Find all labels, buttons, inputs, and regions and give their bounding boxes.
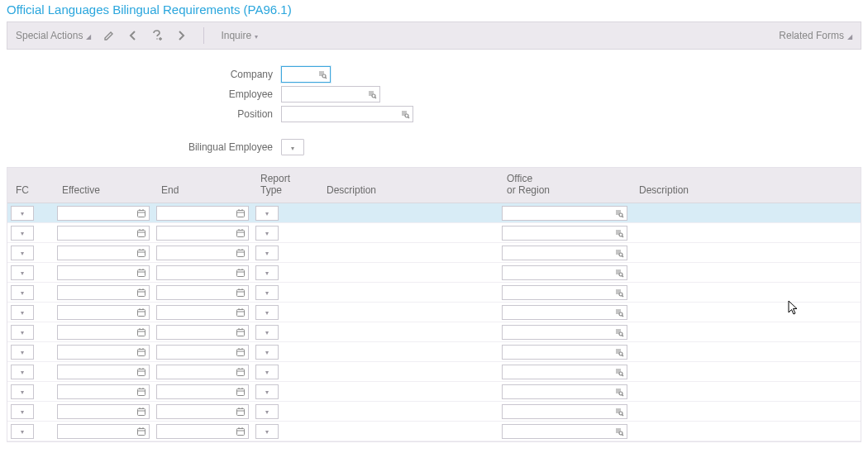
table-row[interactable]: ▾▾ bbox=[7, 382, 861, 402]
effective-date-input[interactable] bbox=[57, 206, 150, 221]
effective-date-input[interactable] bbox=[57, 226, 150, 241]
report-type-select[interactable]: ▾ bbox=[255, 206, 279, 221]
report-type-select[interactable]: ▾ bbox=[255, 246, 279, 260]
report-type-select[interactable]: ▾ bbox=[255, 226, 279, 241]
table-row[interactable]: ▾▾ bbox=[7, 422, 861, 441]
office-region-input[interactable] bbox=[502, 206, 627, 221]
table-row[interactable]: ▾▾ bbox=[7, 263, 861, 283]
end-date-input[interactable] bbox=[156, 345, 249, 360]
end-date-input[interactable] bbox=[156, 285, 249, 300]
office-region-input[interactable] bbox=[502, 345, 627, 360]
effective-date-input[interactable] bbox=[57, 246, 150, 260]
fc-select[interactable]: ▾ bbox=[11, 404, 34, 419]
fc-select[interactable]: ▾ bbox=[11, 265, 34, 280]
fc-select[interactable]: ▾ bbox=[11, 246, 34, 260]
fc-select[interactable]: ▾ bbox=[11, 325, 34, 340]
special-actions-menu[interactable]: Special Actions ◢ bbox=[16, 30, 91, 41]
fc-select[interactable]: ▾ bbox=[11, 365, 34, 379]
description2-cell bbox=[631, 410, 861, 413]
report-type-select[interactable]: ▾ bbox=[255, 325, 279, 340]
table-row[interactable]: ▾▾ bbox=[7, 303, 861, 322]
office-region-input[interactable] bbox=[502, 265, 627, 280]
end-date-input[interactable] bbox=[156, 226, 249, 241]
position-input[interactable] bbox=[281, 106, 413, 122]
fc-select[interactable]: ▾ bbox=[11, 424, 34, 439]
office-region-input[interactable] bbox=[502, 305, 627, 320]
effective-date-input[interactable] bbox=[57, 265, 150, 280]
end-date-input[interactable] bbox=[156, 265, 249, 280]
related-forms-menu[interactable]: Related Forms ◢ bbox=[779, 30, 852, 41]
description2-cell bbox=[631, 350, 861, 354]
lookup-icon[interactable] bbox=[365, 88, 379, 101]
end-date-input[interactable] bbox=[156, 325, 249, 340]
report-type-select[interactable]: ▾ bbox=[255, 305, 279, 320]
table-row[interactable]: ▾▾ bbox=[7, 362, 861, 382]
chevron-down-icon: ▾ bbox=[291, 145, 294, 152]
end-date-input[interactable] bbox=[156, 206, 249, 221]
lookup-icon[interactable] bbox=[398, 107, 412, 121]
table-row[interactable]: ▾▾ bbox=[7, 402, 861, 422]
table-row[interactable]: ▾▾ bbox=[7, 322, 861, 342]
col-description2: Description bbox=[639, 184, 856, 196]
table-row[interactable]: ▾▾ bbox=[7, 243, 861, 263]
office-region-input[interactable] bbox=[502, 246, 627, 260]
svg-point-1 bbox=[322, 74, 326, 78]
report-type-select[interactable]: ▾ bbox=[255, 424, 279, 439]
description2-cell bbox=[631, 331, 861, 334]
end-date-input[interactable] bbox=[156, 384, 249, 399]
report-type-select[interactable]: ▾ bbox=[255, 345, 279, 360]
office-region-input[interactable] bbox=[502, 365, 627, 379]
report-type-select[interactable]: ▾ bbox=[255, 384, 279, 399]
help-add-icon[interactable] bbox=[150, 29, 164, 42]
effective-date-input[interactable] bbox=[57, 345, 150, 360]
end-date-input[interactable] bbox=[156, 404, 249, 419]
lookup-icon[interactable] bbox=[316, 68, 329, 81]
chevron-down-icon: ▾ bbox=[255, 33, 258, 41]
next-icon[interactable] bbox=[175, 30, 187, 41]
effective-date-input[interactable] bbox=[57, 365, 150, 379]
effective-date-input[interactable] bbox=[57, 424, 150, 439]
report-type-select[interactable]: ▾ bbox=[255, 265, 279, 280]
fc-select[interactable]: ▾ bbox=[11, 226, 34, 241]
office-region-input[interactable] bbox=[502, 285, 627, 300]
effective-date-input[interactable] bbox=[57, 325, 150, 340]
table-row[interactable]: ▾▾ bbox=[7, 342, 861, 362]
bilingual-employee-select[interactable]: ▾ bbox=[281, 139, 304, 155]
fc-select[interactable]: ▾ bbox=[11, 285, 34, 300]
description-cell bbox=[318, 410, 498, 413]
grid-header: FC Effective End ReportType Description … bbox=[7, 168, 861, 203]
prev-icon[interactable] bbox=[127, 30, 139, 41]
col-effective: Effective bbox=[62, 184, 148, 196]
end-date-input[interactable] bbox=[156, 365, 249, 379]
fc-select[interactable]: ▾ bbox=[11, 206, 34, 221]
end-date-input[interactable] bbox=[156, 305, 249, 320]
fc-select[interactable]: ▾ bbox=[11, 384, 34, 399]
effective-date-input[interactable] bbox=[57, 384, 150, 399]
effective-date-input[interactable] bbox=[57, 404, 150, 419]
table-row[interactable]: ▾▾ bbox=[7, 283, 861, 303]
end-date-input[interactable] bbox=[156, 424, 249, 439]
edit-icon[interactable] bbox=[103, 29, 116, 42]
effective-date-input[interactable] bbox=[57, 285, 150, 300]
office-region-input[interactable] bbox=[502, 226, 627, 241]
report-type-select[interactable]: ▾ bbox=[255, 404, 279, 419]
effective-date-input[interactable] bbox=[57, 305, 150, 320]
office-region-input[interactable] bbox=[502, 424, 627, 439]
report-type-select[interactable]: ▾ bbox=[255, 365, 279, 379]
table-row[interactable]: ▾▾ bbox=[7, 203, 861, 223]
office-region-input[interactable] bbox=[502, 325, 627, 340]
end-date-input[interactable] bbox=[156, 246, 249, 260]
inquire-menu[interactable]: Inquire ▾ bbox=[221, 30, 258, 41]
office-region-input[interactable] bbox=[502, 384, 627, 399]
fc-select[interactable]: ▾ bbox=[11, 345, 34, 360]
description-cell bbox=[318, 251, 498, 255]
fc-select[interactable]: ▾ bbox=[11, 305, 34, 320]
description2-cell bbox=[631, 370, 861, 374]
table-row[interactable]: ▾▾ bbox=[7, 223, 861, 243]
special-actions-label: Special Actions bbox=[16, 30, 83, 41]
report-type-select[interactable]: ▾ bbox=[255, 285, 279, 300]
office-region-input[interactable] bbox=[502, 404, 627, 419]
description-cell bbox=[318, 390, 498, 393]
description-cell bbox=[318, 291, 498, 294]
description-cell bbox=[318, 271, 498, 274]
